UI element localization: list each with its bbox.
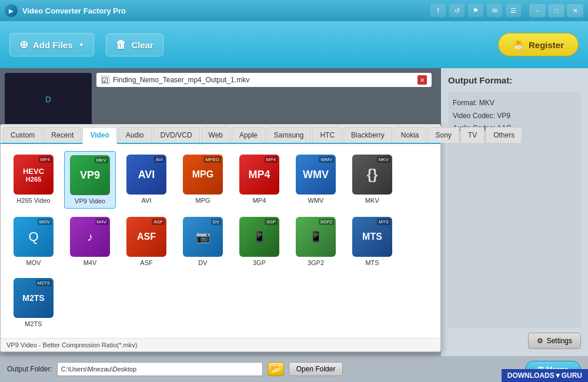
- format-avi[interactable]: AVI AVI AVI: [121, 151, 172, 209]
- mpg-badge: MPEG: [203, 156, 221, 163]
- watermark-text: DOWNLOADS▼GURU: [507, 371, 582, 380]
- file-list-area: D ☑ Finding_Nemo_Teaser_mp4_Output_1.mkv…: [0, 68, 441, 133]
- tab-audio[interactable]: Audio: [118, 127, 152, 143]
- asf-badge: ASF: [152, 219, 165, 225]
- format-mts[interactable]: MTS MTS MTS: [346, 213, 398, 270]
- mov-icon: MOV Q: [14, 217, 54, 257]
- settings-button[interactable]: ⚙ Settings: [528, 333, 581, 349]
- bottom-bar: Output Folder: 📂 Open Folder ⊞ Merge DOW…: [0, 356, 588, 382]
- tab-recent[interactable]: Recent: [44, 127, 81, 143]
- file-checkbox[interactable]: ☑: [101, 76, 109, 84]
- settings-label: Settings: [547, 337, 572, 345]
- file-list-content: ☑ Finding_Nemo_Teaser_mp4_Output_1.mkv ✕: [92, 73, 436, 89]
- mp4-badge: MP4: [265, 156, 278, 163]
- format-mkv[interactable]: MKV {} MKV: [346, 151, 398, 209]
- wmv-badge: WMV: [319, 156, 334, 163]
- left-panel-inner: D ☑ Finding_Nemo_Teaser_mp4_Output_1.mkv…: [0, 68, 441, 356]
- register-button[interactable]: 🐣 Register: [498, 33, 579, 56]
- mp4-icon: MP4 MP4: [239, 155, 279, 195]
- dv-label: DV: [198, 259, 207, 266]
- register-icon: 🐣: [513, 39, 524, 50]
- minimize-button[interactable]: −: [529, 4, 546, 17]
- add-files-label: Add Files: [33, 40, 73, 50]
- tab-nokia[interactable]: Nokia: [393, 127, 427, 143]
- avi-label: AVI: [142, 197, 152, 204]
- format-3gp2[interactable]: 3GP2 📱 3GP2: [290, 213, 342, 270]
- close-button[interactable]: ✕: [567, 4, 583, 17]
- mts-badge: MTS: [377, 219, 390, 225]
- m2ts-label: M2TS: [25, 320, 42, 327]
- dv-badge: DV: [211, 219, 221, 225]
- mov-label: MOV: [26, 259, 41, 266]
- tab-others[interactable]: Others: [486, 127, 522, 143]
- maximize-button[interactable]: □: [548, 4, 564, 17]
- add-files-arrow-icon: ▼: [79, 42, 85, 48]
- format-tabs: Custom Recent Video Audio DVD/VCD Web Ap…: [1, 125, 440, 144]
- video-preview: D: [5, 73, 92, 126]
- format-wmv[interactable]: WMV WMV WMV: [290, 151, 342, 209]
- mov-badge: MOV: [38, 219, 52, 225]
- facebook-icon[interactable]: f: [430, 4, 446, 17]
- title-bar-left: ▶ Video Converter Factory Pro: [5, 4, 126, 17]
- h265-label: H265 Video: [16, 197, 50, 204]
- h265-icon: MP4 HEVC H265: [14, 155, 54, 195]
- clear-icon: 🗑: [116, 39, 126, 51]
- tab-tv[interactable]: TV: [460, 127, 485, 143]
- social-icons: f ↺ ⚑ ✉ ☰: [430, 4, 521, 17]
- title-bar: ▶ Video Converter Factory Pro f ↺ ⚑ ✉ ☰ …: [0, 0, 588, 21]
- tab-video[interactable]: Video: [82, 127, 116, 144]
- add-files-button[interactable]: ⊕ Add Files ▼: [9, 33, 94, 56]
- mts-label: MTS: [365, 259, 379, 266]
- format-m4v[interactable]: M4V ♪ M4V: [64, 213, 116, 270]
- format-h265[interactable]: MP4 HEVC H265 H265 Video: [8, 151, 59, 209]
- menu-icon[interactable]: ☰: [506, 4, 521, 17]
- settings-icon: ⚙: [537, 337, 543, 345]
- format-mp4[interactable]: MP4 MP4 MP4: [233, 151, 285, 209]
- add-files-icon: ⊕: [19, 38, 28, 51]
- refresh-icon[interactable]: ↺: [449, 4, 465, 17]
- asf-label: ASF: [140, 259, 152, 266]
- format-3gp[interactable]: 3GP 📱 3GP: [233, 213, 285, 270]
- format-asf[interactable]: ASF ASF ASF: [121, 213, 172, 270]
- mpg-icon: MPEG MPG: [183, 155, 223, 195]
- tab-dvd[interactable]: DVD/VCD: [153, 127, 200, 143]
- toolbar: ⊕ Add Files ▼ 🗑 Clear 🐣 Register: [0, 21, 588, 68]
- app-title: Video Converter Factory Pro: [22, 6, 126, 15]
- tab-custom[interactable]: Custom: [3, 127, 42, 143]
- browse-folder-button[interactable]: 📂: [268, 362, 284, 376]
- flag-icon[interactable]: ⚑: [468, 4, 483, 17]
- m2ts-badge: M2TS: [36, 280, 52, 286]
- format-mpg[interactable]: MPEG MPG MPG: [177, 151, 229, 209]
- vp9-badge: MKV: [95, 157, 108, 163]
- video-codec: Video Codec: VP9: [453, 110, 576, 123]
- asf-icon: ASF ASF: [126, 217, 166, 257]
- tab-htc[interactable]: HTC: [312, 127, 342, 143]
- format-dv[interactable]: DV 📷 DV: [177, 213, 229, 270]
- tab-web[interactable]: Web: [201, 127, 230, 143]
- m4v-label: M4V: [83, 259, 97, 266]
- open-folder-button[interactable]: Open Folder: [289, 362, 343, 376]
- vp9-label: VP9 Video: [75, 197, 105, 205]
- output-path-input[interactable]: [57, 362, 263, 376]
- mail-icon[interactable]: ✉: [487, 4, 502, 17]
- file-close-button[interactable]: ✕: [417, 75, 427, 85]
- app-icon: ▶: [5, 4, 18, 17]
- tab-sony[interactable]: Sony: [427, 127, 459, 143]
- mts-icon: MTS MTS: [352, 217, 392, 257]
- format-vp9[interactable]: MKV VP9 VP9 Video: [64, 151, 116, 209]
- file-entry[interactable]: ☑ Finding_Nemo_Teaser_mp4_Output_1.mkv ✕: [96, 73, 432, 87]
- tab-samsung[interactable]: Samsung: [266, 127, 312, 143]
- tab-blackberry[interactable]: Blackberry: [343, 127, 392, 143]
- wmv-icon: WMV WMV: [296, 155, 336, 195]
- watermark: DOWNLOADS▼GURU: [502, 369, 588, 382]
- tab-apple[interactable]: Apple: [232, 127, 265, 143]
- title-bar-right: f ↺ ⚑ ✉ ☰ − □ ✕: [430, 4, 583, 17]
- format-popup: Custom Recent Video Audio DVD/VCD Web Ap…: [0, 124, 441, 352]
- clear-button[interactable]: 🗑 Clear: [106, 33, 163, 56]
- format-mov[interactable]: MOV Q MOV: [8, 213, 59, 270]
- format-m2ts[interactable]: M2TS M2TS M2TS: [8, 274, 59, 331]
- format-name: Format: MKV: [453, 97, 576, 110]
- clear-label: Clear: [131, 40, 153, 50]
- output-format-title: Output Format:: [448, 75, 581, 85]
- format-grid: MP4 HEVC H265 H265 Video MKV VP9 VP9 Vid…: [1, 144, 440, 338]
